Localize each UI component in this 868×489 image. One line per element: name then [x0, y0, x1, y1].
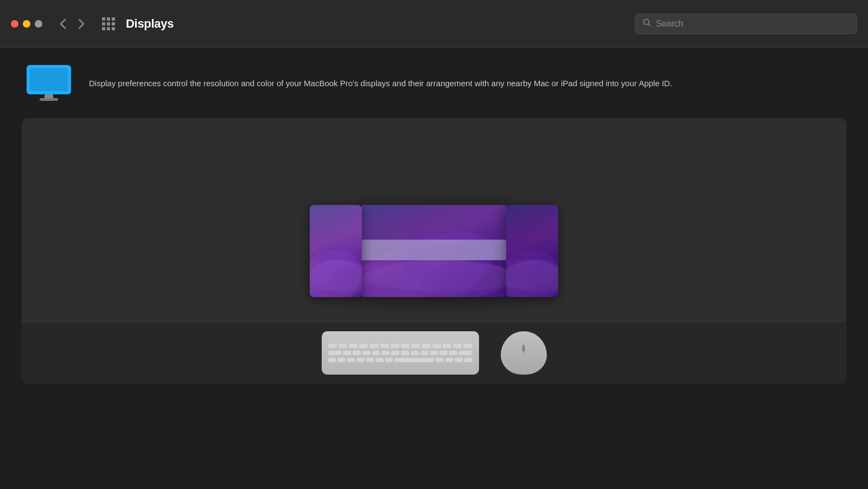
nav-buttons — [55, 16, 89, 31]
maximize-button[interactable] — [35, 20, 42, 28]
keyboard-icon — [322, 331, 479, 375]
connection-bar — [358, 240, 510, 260]
close-button[interactable] — [11, 20, 18, 28]
minimize-button[interactable] — [23, 20, 30, 28]
traffic-lights — [11, 20, 42, 28]
display-panel[interactable] — [22, 118, 846, 384]
svg-rect-3 — [44, 94, 53, 99]
main-content: Display preferences control the resoluti… — [0, 48, 868, 395]
displays-arrangement — [310, 205, 558, 297]
mouse-icon — [501, 331, 547, 375]
display-icon — [24, 64, 73, 103]
description-row: Display preferences control the resoluti… — [22, 64, 846, 103]
search-box[interactable] — [635, 14, 857, 34]
forward-button[interactable] — [74, 16, 89, 31]
svg-rect-4 — [40, 98, 58, 101]
search-icon — [643, 18, 652, 29]
description-text: Display preferences control the resoluti… — [89, 77, 846, 90]
back-button[interactable] — [55, 16, 71, 31]
left-display[interactable] — [310, 205, 362, 297]
page-title: Displays — [126, 17, 174, 31]
titlebar: Displays — [0, 0, 868, 48]
right-display[interactable] — [506, 205, 558, 297]
bottom-area — [22, 321, 846, 384]
svg-rect-2 — [30, 68, 68, 91]
grid-icon[interactable] — [102, 17, 115, 30]
search-input[interactable] — [656, 19, 849, 29]
display-icon-container — [22, 64, 76, 103]
